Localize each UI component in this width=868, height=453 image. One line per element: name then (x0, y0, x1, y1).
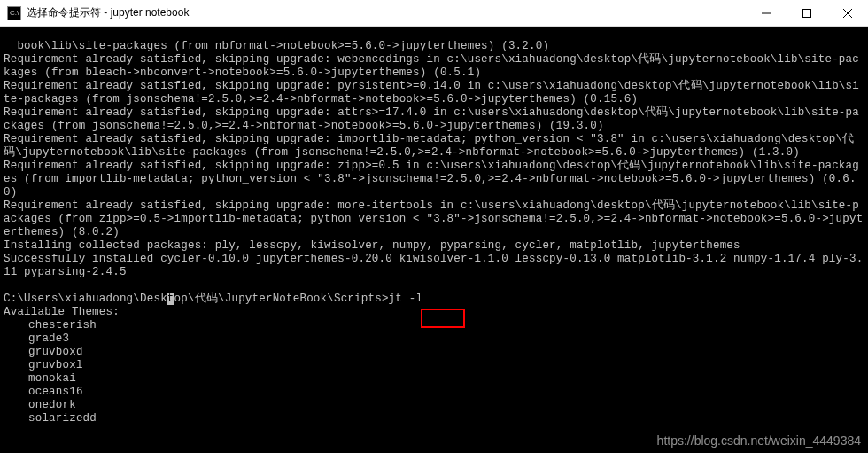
terminal-output[interactable]: book\lib\site-packages (from nbformat->n… (0, 27, 868, 426)
theme-item: gruvboxl (4, 359, 864, 372)
theme-item: grade3 (4, 332, 864, 346)
output-line: Requirement already satisfied, skipping … (4, 133, 854, 159)
output-line: Requirement already satisfied, skipping … (4, 160, 859, 199)
titlebar: C:\ 选择命令提示符 - jupyter notebook (0, 0, 868, 27)
svg-rect-1 (803, 9, 811, 17)
watermark: https://blog.csdn.net/weixin_4449384 (657, 433, 861, 448)
prompt-prefix: C:\Users\xiahuadong\Desk (4, 293, 167, 305)
command-text: jt -l (389, 293, 423, 305)
cmd-icon: C:\ (7, 6, 21, 20)
prompt-line: C:\Users\xiahuadong\Desktop\代码\JupyterNo… (4, 293, 422, 305)
output-line: book\lib\site-packages (from nbformat->n… (17, 40, 549, 52)
text-cursor: t (167, 293, 174, 305)
maximize-button[interactable] (787, 0, 827, 26)
window-controls (746, 0, 868, 26)
close-button[interactable] (827, 0, 868, 26)
theme-item: solarizedd (4, 412, 864, 426)
output-line: Requirement already satisfied, skipping … (4, 53, 859, 79)
minimize-button[interactable] (746, 0, 787, 26)
output-line: Requirement already satisfied, skipping … (4, 80, 859, 105)
theme-item: oceans16 (4, 386, 864, 399)
theme-item: gruvboxd (4, 346, 864, 359)
output-line: Requirement already satisfied, skipping … (4, 106, 859, 132)
prompt-suffix: op\代码\JupyterNoteBook\Scripts> (174, 293, 389, 305)
window-title: 选择命令提示符 - jupyter notebook (27, 5, 746, 20)
themes-header: Available Themes: (4, 306, 127, 318)
theme-item: monokai (4, 372, 864, 386)
theme-item: chesterish (4, 319, 864, 332)
output-line: Requirement already satisfied, skipping … (4, 199, 863, 238)
output-line: Successfully installed cycler-0.10.0 jup… (4, 253, 863, 278)
output-line: Installing collected packages: ply, less… (4, 239, 740, 252)
theme-item: onedork (4, 399, 864, 412)
